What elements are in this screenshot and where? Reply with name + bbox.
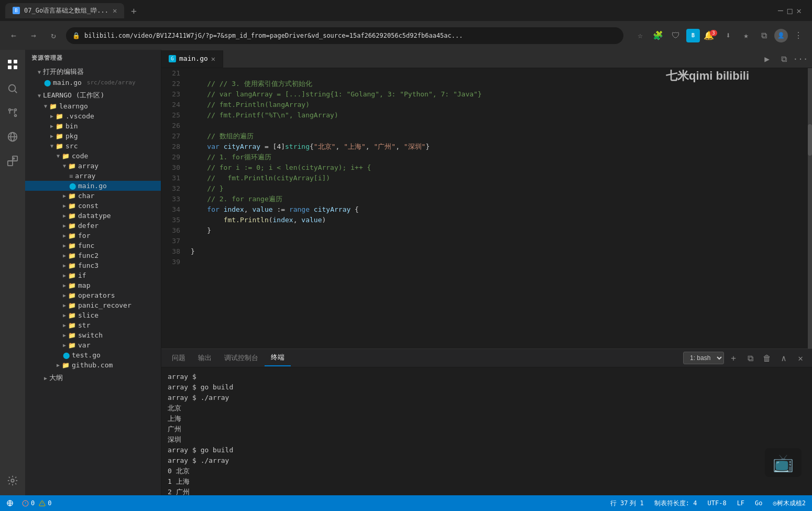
svg-rect-1 bbox=[14, 60, 17, 63]
sidebar-item-src[interactable]: ▼ 📁 src bbox=[25, 141, 161, 151]
sidebar-item-operators[interactable]: ▶ 📁 operators bbox=[25, 290, 161, 300]
settings-icon[interactable]: ⋮ bbox=[791, 28, 806, 43]
address-bar[interactable]: 🔒 bilibili.com/video/BV1ZJ411W7jG/?p=7&s… bbox=[66, 27, 623, 44]
sidebar-item-func2[interactable]: ▶ 📁 func2 bbox=[25, 251, 161, 260]
open-editor-item-main[interactable]: ⬤ main.go src/code/array bbox=[25, 78, 161, 88]
sidebar-toggle-icon[interactable]: ⧉ bbox=[756, 28, 771, 43]
browser-tab-active[interactable]: B 07_Go语言基础之数组_哔... ✕ bbox=[5, 3, 124, 18]
extensions-icon[interactable]: 🧩 bbox=[651, 28, 665, 43]
code-editor[interactable]: 21 22 23 24 25 26 27 28 29 30 31 32 33 3… bbox=[161, 68, 812, 349]
chevron-right-icon: ▶ bbox=[63, 312, 66, 318]
sidebar-item-func[interactable]: ▶ 📁 func bbox=[25, 241, 161, 251]
editor-tab-main-go[interactable]: G main.go ✕ bbox=[161, 50, 223, 68]
status-tab-size[interactable]: 制表符长度: 4 bbox=[652, 495, 699, 511]
back-button[interactable]: ← bbox=[6, 28, 21, 43]
more-actions-icon[interactable]: ··· bbox=[793, 51, 808, 66]
go-file-icon: ⬤ bbox=[44, 79, 51, 86]
maximize-icon[interactable]: □ bbox=[787, 6, 793, 16]
terminal-line-2: array $ go build bbox=[168, 382, 806, 393]
sidebar-item-slice[interactable]: ▶ 📁 slice bbox=[25, 310, 161, 320]
address-text: bilibili.com/video/BV1ZJ411W7jG/?p=7&spm… bbox=[84, 32, 617, 39]
sidebar-item-outline[interactable]: ▶ 大纲 bbox=[25, 372, 161, 384]
activity-search[interactable] bbox=[2, 78, 23, 99]
activity-source-control[interactable] bbox=[2, 102, 23, 123]
sidebar-item-pkg[interactable]: ▶ 📁 pkg bbox=[25, 131, 161, 141]
chevron-right-icon: ▶ bbox=[63, 282, 66, 288]
notification-icon[interactable]: 🔔3 bbox=[703, 28, 718, 43]
status-errors[interactable]: 0 0 bbox=[20, 495, 53, 511]
user-avatar[interactable]: 👤 bbox=[774, 29, 788, 42]
scrollbar[interactable] bbox=[808, 68, 812, 349]
terminal-tab-bar: 问题 输出 调试控制台 终端 1: bash + ⧉ 🗑 bbox=[161, 349, 812, 367]
activity-remote[interactable] bbox=[2, 126, 23, 147]
sidebar-item-code[interactable]: ▼ 📁 code bbox=[25, 151, 161, 161]
sidebar-item-main-go[interactable]: ⬤ main.go bbox=[25, 181, 161, 191]
sidebar-section-open-editors[interactable]: ▼ 打开的编辑器 bbox=[25, 66, 161, 78]
sidebar-item-switch[interactable]: ▶ 📁 switch bbox=[25, 330, 161, 340]
sidebar-item-const[interactable]: ▶ 📁 const bbox=[25, 201, 161, 211]
shield-icon[interactable]: 🛡 bbox=[668, 28, 683, 43]
open-editor-filename: main.go bbox=[53, 79, 82, 86]
favorites-icon[interactable]: ★ bbox=[739, 28, 753, 43]
activity-extensions[interactable] bbox=[2, 150, 23, 171]
close-window-icon[interactable]: ✕ bbox=[796, 6, 802, 16]
minimize-icon[interactable]: ─ bbox=[778, 6, 783, 16]
downloads-icon[interactable]: ⬇ bbox=[721, 28, 736, 43]
code-line-38: } bbox=[191, 246, 808, 257]
sidebar-item-github[interactable]: ▶ 📁 github.com bbox=[25, 360, 161, 370]
terminal-tab-debug[interactable]: 调试控制台 bbox=[218, 350, 265, 366]
new-tab-button[interactable]: + bbox=[126, 3, 141, 18]
terminal-close-button[interactable]: ✕ bbox=[793, 351, 808, 365]
sidebar-item-char[interactable]: ▶ 📁 char bbox=[25, 191, 161, 201]
sidebar-item-var[interactable]: ▶ 📁 var bbox=[25, 340, 161, 350]
sidebar-item-learngo[interactable]: ▼ 📁 learngo bbox=[25, 101, 161, 111]
terminal-tab-output[interactable]: 输出 bbox=[192, 350, 218, 366]
bookmark-icon[interactable]: ☆ bbox=[633, 28, 648, 43]
folder-icon: 📁 bbox=[62, 362, 70, 369]
sidebar-item-test-go[interactable]: ⬤ test.go bbox=[25, 350, 161, 360]
bilibili-extension-icon[interactable]: B bbox=[686, 29, 700, 42]
split-terminal-button[interactable]: ⧉ bbox=[743, 351, 758, 365]
status-line-col[interactable]: 行 37 列 1 bbox=[608, 495, 646, 511]
sidebar-item-array-file[interactable]: ≡ array bbox=[25, 171, 161, 181]
sidebar-item-for[interactable]: ▶ 📁 for bbox=[25, 231, 161, 241]
error-count: 0 bbox=[31, 499, 35, 507]
chevron-right-icon: ▶ bbox=[63, 332, 66, 338]
browser-address-bar-row: ← → ↻ 🔒 bilibili.com/video/BV1ZJ411W7jG/… bbox=[0, 21, 812, 50]
run-icon[interactable]: ▶ bbox=[760, 51, 774, 66]
status-remote-icon[interactable] bbox=[4, 495, 16, 511]
terminal-tab-terminal[interactable]: 终端 bbox=[265, 350, 291, 366]
chevron-right-icon: ▶ bbox=[50, 133, 53, 139]
sidebar-item-if[interactable]: ▶ 📁 if bbox=[25, 270, 161, 280]
tab-close-button[interactable]: ✕ bbox=[113, 6, 117, 15]
svg-point-14 bbox=[11, 479, 14, 482]
sidebar-item-panic-recover[interactable]: ▶ 📁 panic_recover bbox=[25, 300, 161, 310]
split-editor-icon[interactable]: ⧉ bbox=[776, 51, 791, 66]
code-line-29: // 1. for循环遍历 bbox=[191, 152, 808, 162]
sidebar-item-bin[interactable]: ▶ 📁 bin bbox=[25, 121, 161, 131]
close-tab-icon[interactable]: ✕ bbox=[211, 55, 215, 63]
bash-selector[interactable]: 1: bash bbox=[683, 352, 724, 364]
trash-terminal-button[interactable]: 🗑 bbox=[760, 351, 774, 365]
sidebar-item-array[interactable]: ▼ 📁 array bbox=[25, 161, 161, 171]
sidebar-workspace-section[interactable]: ▼ LEARNGO (工作区) bbox=[25, 90, 161, 101]
terminal-up-button[interactable]: ∧ bbox=[776, 351, 791, 365]
status-encoding[interactable]: UTF-8 bbox=[706, 495, 729, 511]
sidebar-item-func3[interactable]: ▶ 📁 func3 bbox=[25, 260, 161, 270]
folder-icon: 📁 bbox=[56, 143, 63, 150]
sidebar-item-map[interactable]: ▶ 📁 map bbox=[25, 280, 161, 290]
status-line-ending[interactable]: LF bbox=[735, 495, 747, 511]
status-user[interactable]: ◎树木成植2 bbox=[771, 495, 808, 511]
forward-button[interactable]: → bbox=[26, 28, 41, 43]
refresh-button[interactable]: ↻ bbox=[46, 28, 61, 43]
activity-explorer[interactable] bbox=[2, 54, 23, 75]
status-language[interactable]: Go bbox=[753, 495, 764, 511]
terminal-tab-problems[interactable]: 问题 bbox=[166, 350, 192, 366]
activity-settings[interactable] bbox=[2, 470, 23, 491]
sidebar-item-vscode[interactable]: ▶ 📁 .vscode bbox=[25, 111, 161, 121]
sidebar-item-datatype[interactable]: ▶ 📁 datatype bbox=[25, 211, 161, 221]
sidebar-item-defer[interactable]: ▶ 📁 defer bbox=[25, 221, 161, 231]
sidebar-item-str[interactable]: ▶ 📁 str bbox=[25, 320, 161, 330]
add-terminal-button[interactable]: + bbox=[726, 351, 741, 365]
file-icon: ≡ bbox=[69, 172, 73, 180]
